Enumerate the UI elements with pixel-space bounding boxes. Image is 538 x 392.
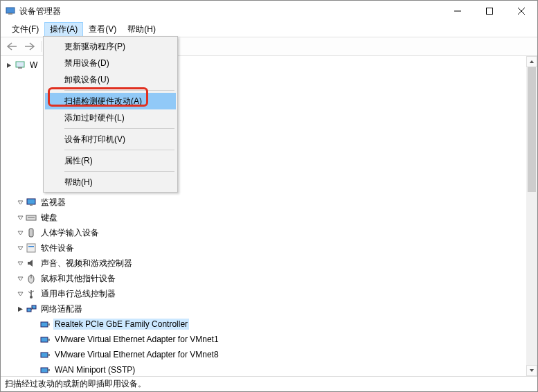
menu-add-legacy[interactable]: 添加过时硬件(L) [45, 109, 176, 126]
back-button[interactable] [3, 38, 20, 55]
menu-file[interactable]: 文件(F) [6, 22, 44, 37]
monitor-icon [26, 197, 37, 208]
svg-rect-32 [41, 368, 48, 373]
svg-rect-12 [27, 199, 35, 204]
adapter-icon [39, 349, 51, 360]
menu-separator [64, 90, 174, 91]
scroll-thumb[interactable] [528, 67, 536, 192]
adapter-icon [39, 334, 51, 345]
menu-separator [64, 150, 174, 150]
svg-rect-26 [41, 322, 48, 327]
sound-icon [26, 258, 37, 269]
tree-category[interactable]: 人体学输入设备 [1, 225, 526, 240]
svg-rect-33 [48, 369, 50, 371]
tree-category[interactable]: 鼠标和其他指针设备 [1, 271, 526, 286]
maximize-button[interactable] [474, 1, 505, 21]
menu-uninstall-device[interactable]: 卸载设备(U) [45, 71, 176, 88]
tree-device[interactable]: WAN Miniport (SSTP) [1, 362, 526, 376]
title-bar: 设备管理器 [1, 1, 537, 21]
menu-devices-printers[interactable]: 设备和打印机(V) [45, 131, 176, 148]
tree-category[interactable]: 键盘 [1, 210, 526, 225]
svg-rect-23 [27, 308, 31, 312]
tree-category[interactable]: 监视器 [1, 195, 526, 210]
scroll-up-button[interactable] [526, 56, 537, 67]
svg-rect-29 [48, 339, 50, 341]
menu-properties[interactable]: 属性(R) [45, 152, 176, 169]
svg-rect-18 [28, 246, 34, 247]
svg-rect-28 [41, 337, 48, 342]
status-bar: 扫描经过改动的或新的即插即用设备。 [1, 376, 537, 391]
action-menu-dropdown: 更新驱动程序(P) 禁用设备(D) 卸载设备(U) 扫描检测硬件改动(A) 添加… [43, 36, 178, 193]
svg-rect-30 [41, 353, 48, 357]
menu-bar: 文件(F) 操作(A) 查看(V) 帮助(H) [1, 21, 537, 37]
svg-rect-0 [6, 8, 15, 13]
adapter-icon [39, 364, 51, 375]
menu-action[interactable]: 操作(A) [44, 22, 83, 37]
svg-rect-11 [18, 67, 22, 69]
computer-icon [15, 60, 26, 71]
menu-disable-device[interactable]: 禁用设备(D) [45, 55, 176, 71]
menu-separator [64, 171, 174, 172]
app-icon [5, 6, 16, 17]
forward-button[interactable] [21, 38, 38, 55]
vertical-scrollbar[interactable] [526, 56, 537, 376]
software-icon [26, 242, 37, 253]
menu-view[interactable]: 查看(V) [83, 22, 122, 37]
tree-category[interactable]: 软件设备 [1, 240, 526, 256]
network-icon [26, 303, 37, 314]
svg-rect-27 [48, 323, 50, 326]
status-text: 扫描经过改动的或新的即插即用设备。 [5, 378, 146, 390]
svg-rect-10 [16, 62, 24, 67]
svg-rect-1 [8, 13, 12, 15]
menu-scan-hardware[interactable]: 扫描检测硬件改动(A) [45, 93, 176, 109]
usb-icon [26, 288, 37, 299]
tree-category-network[interactable]: 网络适配器 [1, 301, 526, 317]
adapter-icon [39, 319, 51, 330]
keyboard-icon [26, 212, 37, 223]
tree-category[interactable]: 声音、视频和游戏控制器 [1, 256, 526, 271]
minimize-button[interactable] [442, 1, 474, 21]
svg-rect-3 [487, 8, 493, 15]
menu-separator [64, 128, 174, 129]
svg-rect-31 [48, 354, 50, 356]
tree-category[interactable]: 通用串行总线控制器 [1, 286, 526, 301]
svg-rect-13 [30, 204, 33, 206]
tree-device[interactable]: Realtek PCIe GbE Family Controller [1, 317, 526, 332]
scroll-down-button[interactable] [526, 365, 537, 376]
hid-icon [26, 227, 37, 238]
menu-help[interactable]: 帮助(H) [45, 174, 176, 190]
close-button[interactable] [505, 1, 537, 21]
menu-help[interactable]: 帮助(H) [122, 22, 161, 37]
mouse-icon [26, 273, 37, 284]
svg-rect-16 [29, 229, 33, 237]
selected-device: Realtek PCIe GbE Family Controller [53, 319, 189, 330]
tree-device[interactable]: VMware Virtual Ethernet Adapter for VMne… [1, 332, 526, 347]
svg-rect-17 [27, 244, 35, 252]
menu-update-driver[interactable]: 更新驱动程序(P) [45, 38, 176, 55]
window-title: 设备管理器 [19, 6, 442, 17]
tree-device[interactable]: VMware Virtual Ethernet Adapter for VMne… [1, 347, 526, 362]
